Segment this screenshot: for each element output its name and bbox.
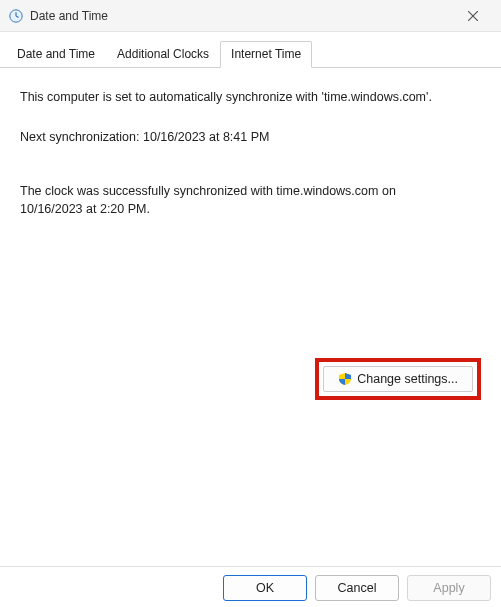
tab-internet-time[interactable]: Internet Time <box>220 41 312 68</box>
close-button[interactable] <box>453 0 493 32</box>
tab-date-and-time[interactable]: Date and Time <box>6 41 106 68</box>
window-title: Date and Time <box>30 9 453 23</box>
footer-separator <box>0 566 501 567</box>
change-settings-label: Change settings... <box>357 372 458 386</box>
tab-strip: Date and Time Additional Clocks Internet… <box>0 32 501 68</box>
apply-button[interactable]: Apply <box>407 575 491 601</box>
shield-icon <box>338 372 352 386</box>
sync-status-text: This computer is set to automatically sy… <box>20 88 460 106</box>
cancel-button[interactable]: Cancel <box>315 575 399 601</box>
tab-additional-clocks[interactable]: Additional Clocks <box>106 41 220 68</box>
last-sync-text: The clock was successfully synchronized … <box>20 182 460 218</box>
clock-icon <box>8 8 24 24</box>
next-sync-text: Next synchronization: 10/16/2023 at 8:41… <box>20 128 460 146</box>
title-bar: Date and Time <box>0 0 501 32</box>
ok-button[interactable]: OK <box>223 575 307 601</box>
dialog-footer: OK Cancel Apply <box>223 575 491 601</box>
tab-content: This computer is set to automatically sy… <box>0 68 501 568</box>
close-icon <box>468 11 478 21</box>
change-settings-button[interactable]: Change settings... <box>323 366 473 392</box>
change-settings-highlight: Change settings... <box>315 358 481 400</box>
